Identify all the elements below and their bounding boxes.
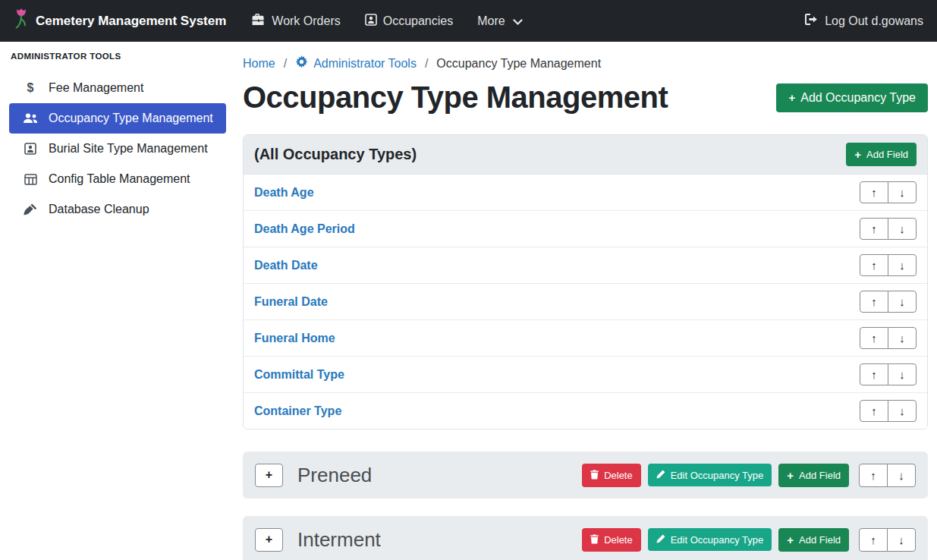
breadcrumb-home-link[interactable]: Home	[243, 57, 275, 71]
sidebar-item-label: Burial Site Type Management	[49, 142, 208, 156]
breadcrumb: Home / Administrator Tools / Occupancy T…	[243, 55, 928, 71]
add-occupancy-type-button[interactable]: + Add Occupancy Type	[776, 83, 928, 112]
field-link-death-age[interactable]: Death Age	[254, 186, 314, 200]
move-up-button[interactable]: ↑	[860, 327, 888, 349]
arrow-down-icon: ↓	[899, 259, 905, 272]
move-up-button[interactable]: ↑	[860, 181, 888, 203]
reorder-button-group: ↑ ↓	[860, 363, 917, 385]
main-content: Home / Administrator Tools / Occupancy T…	[235, 42, 937, 560]
breadcrumb-home-label: Home	[243, 57, 275, 71]
move-down-button[interactable]: ↓	[888, 400, 917, 422]
add-field-button[interactable]: + Add Field	[846, 143, 917, 166]
arrow-up-icon: ↑	[871, 222, 877, 235]
move-down-button[interactable]: ↓	[888, 363, 917, 385]
field-link-funeral-home[interactable]: Funeral Home	[254, 332, 335, 345]
users-icon	[22, 113, 39, 124]
field-link-committal-type[interactable]: Committal Type	[254, 368, 344, 382]
sidebar-item-label: Fee Management	[49, 81, 143, 95]
move-down-button[interactable]: ↓	[887, 464, 916, 487]
app-brand[interactable]: Cemetery Management System	[14, 8, 226, 34]
plus-icon: +	[266, 533, 272, 546]
nav-more[interactable]: More	[477, 13, 522, 29]
burial-site-icon	[22, 143, 39, 155]
add-field-button[interactable]: + Add Field	[778, 464, 849, 487]
add-field-label: Add Field	[866, 149, 908, 159]
add-occupancy-type-label: Add Occupancy Type	[800, 92, 916, 104]
sidebar-item-label: Occupancy Type Management	[49, 112, 213, 125]
delete-button[interactable]: Delete	[582, 528, 641, 552]
move-down-button[interactable]: ↓	[887, 528, 916, 552]
move-up-button[interactable]: ↑	[859, 464, 888, 487]
top-navbar: Cemetery Management System Work Orders O…	[0, 0, 937, 42]
field-link-death-age-period[interactable]: Death Age Period	[254, 222, 355, 236]
arrow-up-icon: ↑	[871, 404, 877, 417]
edit-occupancy-type-button[interactable]: Edit Occupancy Type	[648, 464, 772, 486]
delete-label: Delete	[604, 535, 633, 545]
arrow-up-icon: ↑	[870, 533, 876, 546]
field-row: Funeral Home ↑ ↓	[244, 320, 927, 357]
arrow-up-icon: ↑	[870, 469, 876, 482]
expand-section-button[interactable]: +	[255, 528, 283, 552]
reorder-button-group: ↑ ↓	[860, 327, 917, 349]
arrow-up-icon: ↑	[871, 295, 877, 308]
sidebar-item-burial-site-type-management[interactable]: Burial Site Type Management	[9, 134, 226, 164]
sidebar-item-occupancy-type-management[interactable]: Occupancy Type Management	[9, 103, 226, 134]
arrow-up-icon: ↑	[871, 332, 877, 344]
sidebar-item-label: Config Table Management	[49, 172, 190, 186]
add-field-label: Add Field	[799, 470, 841, 480]
breadcrumb-current: Occupancy Type Management	[436, 57, 601, 71]
move-down-button[interactable]: ↓	[888, 181, 917, 203]
field-link-container-type[interactable]: Container Type	[254, 404, 341, 418]
field-link-death-date[interactable]: Death Date	[254, 259, 318, 272]
arrow-down-icon: ↓	[899, 368, 905, 381]
arrow-down-icon: ↓	[899, 186, 905, 199]
field-row: Funeral Date ↑ ↓	[244, 284, 927, 320]
arrow-down-icon: ↓	[898, 533, 904, 546]
move-up-button[interactable]: ↑	[860, 254, 888, 276]
move-down-button[interactable]: ↓	[888, 254, 917, 276]
section-preneed: + Preneed Delete Edit	[243, 451, 928, 499]
plus-icon: +	[854, 149, 861, 160]
reorder-button-group: ↑ ↓	[860, 400, 917, 422]
add-field-label: Add Field	[799, 535, 841, 545]
all-occupancy-types-card: (All Occupancy Types) + Add Field Death …	[243, 134, 928, 429]
all-occupancy-types-title: (All Occupancy Types)	[254, 146, 417, 163]
move-down-button[interactable]: ↓	[888, 327, 917, 349]
nav-occupancies-label: Occupancies	[383, 14, 454, 28]
move-up-button[interactable]: ↑	[860, 400, 888, 422]
add-field-button[interactable]: + Add Field	[778, 528, 849, 552]
sidebar: Administrator Tools $ Fee Management Occ…	[0, 42, 235, 560]
field-row: Death Age ↑ ↓	[244, 175, 927, 211]
logout-label: Log Out d.gowans	[825, 14, 923, 28]
field-row: Death Date ↑ ↓	[244, 247, 927, 284]
arrow-down-icon: ↓	[899, 295, 905, 308]
trash-icon	[590, 470, 599, 481]
logout-button[interactable]: Log Out d.gowans	[805, 14, 923, 28]
edit-occupancy-type-button[interactable]: Edit Occupancy Type	[648, 528, 772, 551]
move-up-button[interactable]: ↑	[860, 218, 888, 240]
delete-button[interactable]: Delete	[582, 464, 641, 487]
expand-section-button[interactable]: +	[255, 464, 283, 487]
move-down-button[interactable]: ↓	[888, 291, 917, 313]
pencil-icon	[656, 534, 665, 545]
sidebar-item-database-cleanup[interactable]: Database Cleanup	[9, 194, 226, 225]
chevron-down-icon	[513, 15, 523, 29]
title-row: Occupancy Type Management + Add Occupanc…	[243, 80, 928, 115]
sidebar-item-fee-management[interactable]: $ Fee Management	[9, 73, 226, 103]
move-up-button[interactable]: ↑	[859, 528, 888, 552]
arrow-down-icon: ↓	[899, 404, 905, 417]
breadcrumb-admin-tools-link[interactable]: Administrator Tools	[295, 55, 417, 71]
nav-occupancies[interactable]: Occupancies	[365, 14, 454, 29]
move-down-button[interactable]: ↓	[888, 218, 917, 240]
pencil-icon	[656, 470, 665, 480]
plus-icon: +	[266, 468, 272, 482]
nav-more-label: More	[477, 14, 505, 28]
field-link-funeral-date[interactable]: Funeral Date	[254, 295, 328, 309]
move-up-button[interactable]: ↑	[860, 291, 888, 313]
section-title: Preneed	[297, 464, 372, 487]
table-icon	[22, 174, 39, 185]
sidebar-item-config-table-management[interactable]: Config Table Management	[9, 164, 226, 194]
move-up-button[interactable]: ↑	[860, 363, 888, 385]
all-occupancy-types-header: (All Occupancy Types) + Add Field	[244, 135, 927, 175]
nav-work-orders[interactable]: Work Orders	[252, 14, 340, 28]
